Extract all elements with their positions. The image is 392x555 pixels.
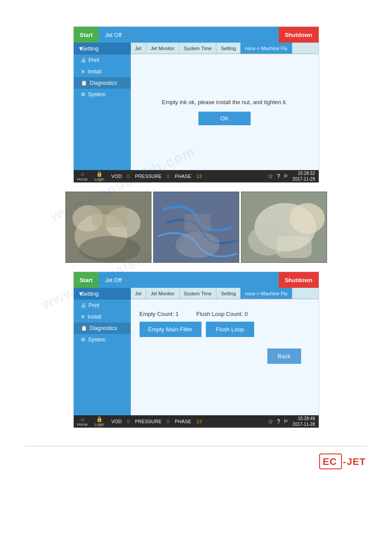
sidebar: ▼ Setting 🖨 Print ✕ Install 📋 Diagnostic… <box>74 43 131 170</box>
bottom-system-icon: ⚙ <box>81 337 86 343</box>
bottom-flag-icon: 🏳 <box>284 418 289 424</box>
main-content: Jet Jet Monitor System Time Setting rvic… <box>131 43 319 170</box>
sidebar-item-install[interactable]: ✕ Install <box>74 66 131 77</box>
system-icon: ⚙ <box>81 91 86 98</box>
home-button[interactable]: ⌂ Home <box>77 171 88 181</box>
bottom-status-right: ☆ ? 🏳 15:28:49 2017-11-28 <box>268 416 315 427</box>
sidebar-item-system[interactable]: ⚙ System <box>74 89 131 100</box>
jet-off-button[interactable]: Jet Off <box>99 29 128 41</box>
status-right: ☆ ? 🏳 15:28:32 2017-11-28 <box>268 170 315 182</box>
bottom-sidebar-item-install[interactable]: ✕ Install <box>74 311 131 323</box>
time-display: 15:28:32 <box>292 170 315 176</box>
bottom-tab-jet[interactable]: Jet <box>131 288 147 299</box>
bottom-sidebar-section-setting[interactable]: ▼ Setting <box>74 288 131 300</box>
bottom-home-icon: ⌂ <box>81 416 84 422</box>
bottom-timestamp: 15:28:49 2017-11-28 <box>292 416 315 427</box>
setting-label: Setting <box>81 45 98 52</box>
svg-point-5 <box>79 236 140 262</box>
bottom-login-label: Login <box>95 422 104 427</box>
message-text: Empty ink ok, please install the nut, an… <box>162 99 287 105</box>
svg-rect-8 <box>184 214 211 232</box>
install-icon: ✕ <box>81 69 85 75</box>
svg-rect-4 <box>92 205 127 227</box>
bottom-shutdown-button[interactable]: Shutdown <box>279 272 319 288</box>
install-label: Install <box>88 69 101 75</box>
bottom-jet-off-button[interactable]: Jet Off <box>99 274 128 286</box>
print-label: Print <box>89 57 100 63</box>
lock-icon: 🔒 <box>96 171 103 177</box>
back-row: Back <box>140 346 310 370</box>
bottom-sidebar: ▼ Setting 🖨 Print ✕ Install 📋 Diagnostic… <box>74 288 131 415</box>
login-label: Login <box>95 177 104 181</box>
help-icon[interactable]: ? <box>277 173 281 180</box>
bottom-install-label: Install <box>88 314 101 320</box>
action-buttons: Empty Main Filter Flush Loop <box>140 322 254 337</box>
bottom-tab-setting[interactable]: Setting <box>216 288 241 299</box>
home-icon: ⌂ <box>81 171 84 177</box>
bottom-tab-jet-monitor[interactable]: Jet Monitor <box>146 288 179 299</box>
bottom-system-label: System <box>88 337 106 343</box>
svg-text:-: - <box>343 456 346 467</box>
bottom-time-display: 15:28:49 <box>292 416 315 421</box>
bottom-start-button[interactable]: Start <box>74 272 99 288</box>
bottom-tab-machine-flu[interactable]: rvice-> Machine Flu <box>241 288 292 299</box>
bottom-vod-value: 0 <box>127 419 129 424</box>
bottom-pressure-value: 0 <box>167 419 169 424</box>
tab-jet[interactable]: Jet <box>131 43 147 54</box>
bottom-diagnostics-icon: 📋 <box>81 325 87 331</box>
star-icon[interactable]: ☆ <box>268 173 273 180</box>
tab-system-time[interactable]: System Time <box>180 43 217 54</box>
shutdown-button[interactable]: Shutdown <box>279 27 319 43</box>
sidebar-section-setting[interactable]: ▼ Setting <box>74 43 131 54</box>
empty-count-text: Empty Count: 1 <box>140 311 179 317</box>
login-button[interactable]: 🔒 Login <box>95 171 104 181</box>
bottom-status-bar: ⌂ Home 🔒 Login VOD 0 PRESSURE 0 PHASE 13… <box>74 415 319 428</box>
bottom-main-content: Jet Jet Monitor System Time Setting rvic… <box>131 288 319 415</box>
svg-text:JET: JET <box>347 456 366 467</box>
bottom-sidebar-item-system[interactable]: ⚙ System <box>74 334 131 345</box>
back-button[interactable]: Back <box>267 348 301 364</box>
tab-jet-monitor[interactable]: Jet Monitor <box>146 43 179 54</box>
phase-label: PHASE <box>175 174 191 179</box>
print-icon: 🖨 <box>81 57 86 63</box>
pressure-label: PRESSURE <box>135 174 162 179</box>
svg-point-11 <box>290 203 325 234</box>
flag-icon: 🏳 <box>284 173 289 179</box>
start-button[interactable]: Start <box>74 27 99 43</box>
bottom-sidebar-item-print[interactable]: 🖨 Print <box>74 300 131 311</box>
bottom-star-icon[interactable]: ☆ <box>268 418 273 425</box>
system-label: System <box>88 91 106 98</box>
bottom-pressure-label: PRESSURE <box>135 419 162 424</box>
empty-main-filter-button[interactable]: Empty Main Filter <box>140 322 201 337</box>
bottom-setting-label: Setting <box>81 290 98 297</box>
tab-bar: Jet Jet Monitor System Time Setting rvic… <box>131 43 319 54</box>
diagnostics-label: Diagnostics <box>90 80 117 86</box>
bottom-tab-system-time[interactable]: System Time <box>180 288 217 299</box>
status-bar: ⌂ Home 🔒 Login VOD 0 PRESSURE 0 PHASE 13… <box>74 170 319 182</box>
diagnostics-icon: 📋 <box>81 80 87 86</box>
tab-machine-flu[interactable]: rvice-> Machine Flu <box>241 43 292 54</box>
bottom-login-button[interactable]: 🔒 Login <box>95 416 104 427</box>
svg-text:EC: EC <box>323 456 337 467</box>
sidebar-item-print[interactable]: 🖨 Print <box>74 54 131 66</box>
bottom-tab-bar: Jet Jet Monitor System Time Setting rvic… <box>131 288 319 299</box>
content-area: Empty ink ok, please install the nut, an… <box>131 54 319 170</box>
sidebar-item-diagnostics[interactable]: 📋 Diagnostics <box>74 77 131 89</box>
bottom-print-label: Print <box>89 302 100 308</box>
photo-2 <box>153 192 239 263</box>
flush-loop-count-text: Flush Loop Count: 0 <box>196 311 248 317</box>
photo-3 <box>241 192 327 263</box>
bottom-help-icon[interactable]: ? <box>277 418 281 425</box>
count-row: Empty Count: 1 Flush Loop Count: 0 <box>140 306 248 322</box>
ec-jet-logo-svg: EC - JET <box>319 453 367 469</box>
bottom-home-button[interactable]: ⌂ Home <box>77 416 88 427</box>
vod-value: 0 <box>127 174 129 179</box>
bottom-date-display: 2017-11-28 <box>292 421 315 427</box>
ok-button[interactable]: OK <box>198 112 251 125</box>
footer: EC - JET <box>25 446 367 469</box>
flush-loop-button[interactable]: Flush Loop <box>206 322 254 337</box>
svg-rect-13 <box>277 236 312 258</box>
bottom-sidebar-item-diagnostics[interactable]: 📋 Diagnostics <box>74 323 131 334</box>
tab-setting[interactable]: Setting <box>216 43 241 54</box>
date-display: 2017-11-28 <box>292 176 315 182</box>
